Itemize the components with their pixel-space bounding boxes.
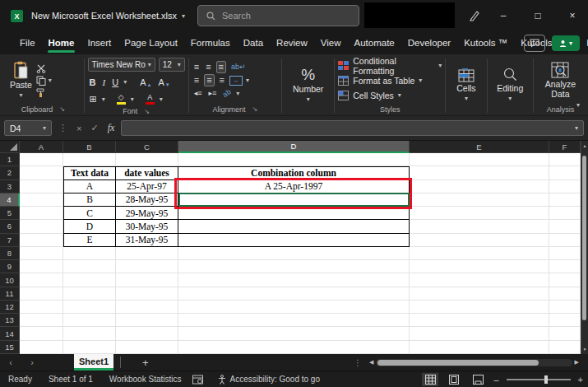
cell-B7[interactable]: E — [63, 234, 116, 247]
italic-button[interactable]: I — [101, 77, 108, 87]
zoom-slider[interactable] — [507, 379, 571, 380]
cell-F8[interactable] — [549, 247, 581, 260]
cell-E1[interactable] — [410, 153, 549, 166]
cell-C3[interactable]: 25-Apr-97 — [116, 180, 178, 194]
analyze-data-button[interactable]: Analyze Data — [537, 62, 584, 99]
cell-F11[interactable] — [549, 287, 581, 301]
row-header-15[interactable]: 15 — [0, 341, 20, 354]
collapse-ribbon-chevron[interactable]: ▾ — [576, 101, 580, 109]
menu-tab-review[interactable]: Review — [270, 31, 314, 54]
cell-B6[interactable]: D — [63, 220, 116, 233]
cells-button[interactable]: Cells ▾ — [452, 68, 479, 104]
row-header-11[interactable]: 11 — [0, 287, 20, 301]
cell-D15[interactable] — [178, 341, 410, 354]
cell-styles-button[interactable]: Cell Styles ▾ — [338, 88, 401, 102]
cell-A7[interactable] — [20, 234, 63, 247]
horizontal-scroll-track[interactable] — [376, 359, 572, 366]
cell-E4[interactable] — [410, 194, 549, 207]
menu-tab-data[interactable]: Data — [237, 31, 270, 54]
vertical-scroll-thumb[interactable] — [582, 156, 586, 320]
column-header-A[interactable]: A — [20, 141, 63, 153]
cell-D11[interactable] — [178, 287, 410, 301]
row-header-7[interactable]: 7 — [0, 234, 20, 247]
column-header-E[interactable]: E — [410, 141, 549, 153]
menu-tab-developer[interactable]: Developer — [401, 31, 457, 54]
name-box[interactable]: D4 ▾ — [4, 120, 52, 136]
font-dialog-launcher[interactable]: ↘ — [144, 108, 150, 115]
cell-B14[interactable] — [63, 327, 116, 340]
accessibility-status[interactable]: Accessibility: Good to go — [206, 375, 328, 385]
wrap-text-button[interactable]: ab↵ — [229, 62, 248, 72]
cell-D13[interactable] — [178, 314, 410, 327]
cell-E9[interactable] — [410, 260, 549, 273]
align-top-button[interactable]: ≡ — [192, 62, 201, 72]
cell-D9[interactable] — [178, 260, 410, 273]
cell-E10[interactable] — [410, 273, 549, 287]
increase-font-size-button[interactable]: A▲ — [138, 77, 153, 87]
workbook-statistics-icon[interactable] — [189, 375, 206, 385]
cell-A5[interactable] — [20, 207, 63, 220]
copy-button[interactable]: ▾ — [36, 76, 52, 86]
cell-F14[interactable] — [549, 327, 581, 340]
cell-C8[interactable] — [116, 247, 178, 260]
menu-tab-home[interactable]: Home — [42, 31, 81, 54]
cell-F15[interactable] — [549, 341, 581, 354]
row-header-4[interactable]: 4 — [0, 194, 20, 207]
format-painter-button[interactable] — [36, 88, 52, 97]
cell-C13[interactable] — [116, 314, 178, 327]
cell-E5[interactable] — [410, 207, 549, 220]
cell-B3[interactable]: A — [63, 180, 116, 194]
cell-D2[interactable]: Combination column — [178, 166, 410, 180]
row-header-2[interactable]: 2 — [0, 166, 20, 180]
formula-input[interactable]: ▾ — [121, 120, 584, 136]
align-right-button[interactable]: ≡ — [218, 75, 226, 86]
align-bottom-button[interactable]: ≡ — [216, 61, 226, 73]
cell-A3[interactable] — [20, 180, 63, 194]
maximize-button[interactable]: □ — [525, 0, 551, 31]
conditional-formatting-button[interactable]: Conditional Formatting ▾ — [338, 58, 442, 72]
row-header-3[interactable]: 3 — [0, 180, 20, 194]
sheet-tab-sheet1[interactable]: Sheet1 — [74, 354, 113, 371]
menu-tab-help[interactable]: Help — [580, 31, 588, 54]
scroll-left-arrow[interactable]: ◀ — [367, 359, 376, 366]
cell-C1[interactable] — [116, 153, 178, 166]
cell-D4[interactable] — [178, 194, 410, 207]
cell-C11[interactable] — [116, 287, 178, 301]
cell-A11[interactable] — [20, 287, 63, 301]
insert-function-button[interactable]: fx — [105, 122, 118, 134]
cell-E11[interactable] — [410, 287, 549, 301]
horizontal-scrollbar[interactable]: ◀ ▶ — [367, 357, 581, 367]
cell-B5[interactable]: C — [63, 207, 116, 220]
row-header-9[interactable]: 9 — [0, 260, 20, 273]
minimize-button[interactable]: – — [490, 0, 516, 31]
cell-A12[interactable] — [20, 301, 63, 314]
tab-options-dots[interactable]: ⋮ — [354, 358, 362, 367]
paste-button[interactable]: Paste ▾ — [6, 61, 36, 100]
cell-D10[interactable] — [178, 273, 410, 287]
cell-F1[interactable] — [549, 153, 581, 166]
menu-tab-view[interactable]: View — [314, 31, 348, 54]
sheet-nav-left[interactable]: ‹ — [0, 357, 21, 367]
cell-E15[interactable] — [410, 341, 549, 354]
cell-D12[interactable] — [178, 301, 410, 314]
cell-D3[interactable]: A 25-Apr-1997 — [178, 180, 410, 194]
row-header-1[interactable]: 1 — [0, 153, 20, 166]
cell-B15[interactable] — [63, 341, 116, 354]
cell-A6[interactable] — [20, 220, 63, 233]
document-title[interactable]: New Microsoft Excel Worksheet.xlsx ▾ — [31, 0, 185, 31]
decrease-font-size-button[interactable]: A▼ — [156, 77, 171, 87]
share-button[interactable]: ▾ — [552, 35, 580, 51]
workbook-statistics-button[interactable]: Workbook Statistics — [101, 375, 190, 384]
vertical-scrollbar[interactable]: ▲ ▼ — [581, 141, 588, 354]
bold-button[interactable]: B — [88, 77, 98, 87]
font-name-select[interactable]: Times New Ro ▾ — [88, 58, 155, 72]
cell-A4[interactable] — [20, 194, 63, 207]
cell-E12[interactable] — [410, 301, 549, 314]
alignment-dialog-launcher[interactable]: ↘ — [252, 105, 258, 113]
cell-E14[interactable] — [410, 327, 549, 340]
comments-button[interactable] — [524, 35, 545, 52]
zoom-in-button[interactable]: + — [578, 375, 583, 385]
cell-C15[interactable] — [116, 341, 178, 354]
enter-button[interactable]: ✓ — [88, 123, 100, 133]
column-header-C[interactable]: C — [116, 141, 178, 153]
